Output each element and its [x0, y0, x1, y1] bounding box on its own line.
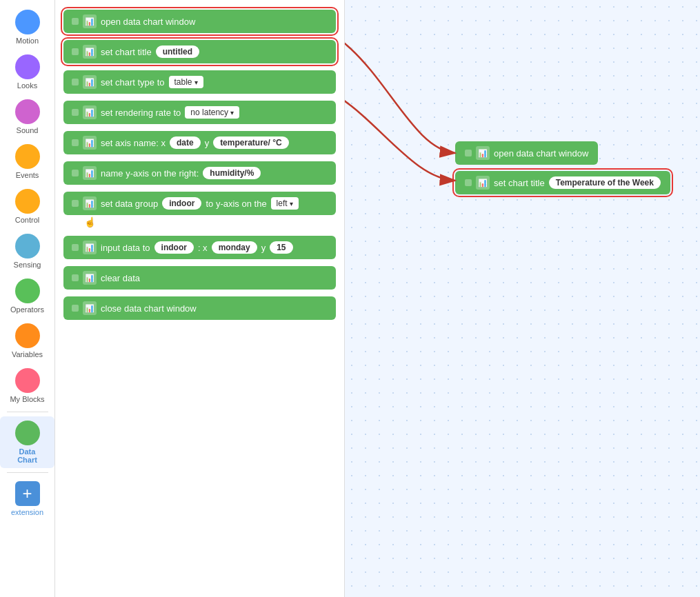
- block-name-y-axis[interactable]: 📊 name y-axis on the right: humidity/%: [63, 161, 336, 185]
- block-icon-group: 📊: [83, 196, 97, 210]
- operators-icon: [15, 279, 40, 303]
- canvas-icon-title: 📊: [476, 176, 490, 190]
- extension-label: extension: [11, 508, 43, 516]
- block-icon-title: 📊: [83, 45, 97, 59]
- sidebar-item-sound[interactable]: Sound: [0, 95, 54, 139]
- block-text-axis-y: y: [205, 138, 210, 148]
- canvas-text-open: open data chart window: [494, 148, 588, 159]
- block-text-input2: : x: [198, 243, 208, 253]
- sidebar-label-sensing: Sensing: [14, 261, 41, 269]
- block-text-open: open data chart window: [101, 17, 195, 27]
- sidebar-item-control[interactable]: Control: [0, 185, 54, 228]
- block-dropdown-rate[interactable]: no latency: [185, 106, 239, 119]
- block-set-chart-type[interactable]: 📊 set chart type to table: [63, 70, 336, 94]
- sidebar-extension[interactable]: + extension: [0, 477, 54, 520]
- canvas-block-set-title[interactable]: 📊 set chart title Temperature of the Wee…: [455, 171, 670, 194]
- block-icon-rate: 📊: [83, 105, 97, 119]
- block-icon-open: 📊: [83, 14, 97, 28]
- block-set-chart-title[interactable]: 📊 set chart title untitled: [63, 40, 336, 63]
- sidebar-label-events: Events: [16, 171, 39, 179]
- sidebar: Motion Looks Sound Events Control Sensin…: [0, 0, 55, 597]
- block-close-data-chart[interactable]: 📊 close data chart window: [63, 296, 336, 320]
- block-icon-yaxis: 📊: [83, 166, 97, 180]
- block-text-type: set chart type to: [101, 77, 165, 88]
- control-icon: [15, 189, 40, 214]
- motion-icon: [15, 10, 40, 34]
- sidebar-label-variables: Variables: [12, 350, 43, 358]
- sidebar-divider: [7, 412, 48, 412]
- spacer: [63, 222, 336, 229]
- variables-icon: [15, 323, 40, 348]
- sidebar-label-myblocks: My Blocks: [10, 395, 44, 403]
- canvas-icon-open: 📊: [476, 146, 490, 160]
- looks-icon: [15, 54, 40, 79]
- sidebar-item-variables[interactable]: Variables: [0, 319, 54, 363]
- sidebar-label-operators: Operators: [10, 305, 44, 314]
- block-dropdown-type[interactable]: table: [169, 76, 203, 88]
- block-icon-clear: 📊: [83, 271, 97, 285]
- block-clear-data[interactable]: 📊 clear data: [63, 266, 336, 290]
- canvas-value-title: Temperature of the Week: [549, 176, 661, 189]
- block-text-rate: set rendering rate to: [101, 108, 181, 118]
- block-set-data-group[interactable]: 📊 set data group indoor to y-axis on the…: [63, 192, 336, 215]
- content-area: 📊 open data chart window 📊 set chart tit…: [55, 0, 700, 597]
- block-input-data[interactable]: 📊 input data to indoor : x monday y 15: [63, 236, 336, 259]
- block-icon-axis: 📊: [83, 136, 97, 150]
- block-value-input-y: 15: [270, 241, 292, 254]
- block-text-input3: y: [261, 243, 266, 253]
- sidebar-item-myblocks[interactable]: My Blocks: [0, 364, 54, 407]
- block-text-clear: clear data: [101, 273, 140, 283]
- block-text-title: set chart title: [101, 47, 152, 57]
- extension-button[interactable]: +: [15, 481, 40, 506]
- block-text-axis: set axis name: x: [101, 138, 166, 148]
- block-set-rendering-rate[interactable]: 📊 set rendering rate to no latency: [63, 101, 336, 124]
- block-set-axis-name[interactable]: 📊 set axis name: x date y temperature/ °…: [63, 131, 336, 154]
- sidebar-item-datachart[interactable]: DataChart: [0, 416, 54, 468]
- canvas-text-title: set chart title: [494, 178, 545, 188]
- canvas-block-open[interactable]: 📊 open data chart window: [455, 141, 598, 165]
- block-value-yaxis: humidity/%: [203, 167, 261, 179]
- cursor-pointer: ☝️: [84, 216, 96, 227]
- block-value-input-x: monday: [212, 241, 257, 254]
- block-open-data-chart[interactable]: 📊 open data chart window: [63, 10, 336, 33]
- block-text-input: input data to: [101, 243, 150, 253]
- sidebar-label-sound: Sound: [17, 126, 39, 134]
- block-icon-close: 📊: [83, 301, 97, 315]
- block-value-axis-y: temperature/ °C: [213, 136, 289, 149]
- block-value-input-group: indoor: [154, 241, 194, 254]
- sound-icon: [15, 99, 40, 124]
- block-text-group: set data group: [101, 199, 158, 209]
- arrow-overlay: [345, 0, 700, 597]
- block-value-title: untitled: [156, 45, 199, 58]
- sidebar-divider2: [7, 472, 48, 473]
- sidebar-label-motion: Motion: [16, 37, 39, 45]
- sidebar-item-looks[interactable]: Looks: [0, 50, 54, 94]
- events-icon: [15, 144, 40, 169]
- sensing-icon: [15, 234, 40, 259]
- block-text-close: close data chart window: [101, 303, 197, 314]
- sidebar-label-control: Control: [15, 216, 39, 224]
- block-icon-input: 📊: [83, 241, 97, 254]
- block-icon-type: 📊: [83, 75, 97, 89]
- block-value-axis-x: date: [170, 136, 201, 149]
- sidebar-item-motion[interactable]: Motion: [0, 6, 54, 49]
- canvas-area: 📊 open data chart window 📊 set chart tit…: [345, 0, 700, 597]
- block-value-group-indoor: indoor: [162, 197, 201, 210]
- sidebar-label-datachart: DataChart: [17, 447, 37, 464]
- sidebar-item-sensing[interactable]: Sensing: [0, 230, 54, 273]
- sidebar-item-operators[interactable]: Operators: [0, 274, 54, 318]
- main-area: 📊 open data chart window 📊 set chart tit…: [55, 0, 700, 597]
- sidebar-label-looks: Looks: [17, 81, 37, 90]
- datachart-icon: [15, 421, 40, 445]
- sidebar-item-events[interactable]: Events: [0, 140, 54, 183]
- block-dropdown-group[interactable]: left: [271, 197, 299, 210]
- block-palette: 📊 open data chart window 📊 set chart tit…: [55, 0, 345, 597]
- myblocks-icon: [15, 368, 40, 393]
- block-text-yaxis: name y-axis on the right:: [101, 168, 199, 179]
- block-text-group2: to y-axis on the: [206, 199, 266, 209]
